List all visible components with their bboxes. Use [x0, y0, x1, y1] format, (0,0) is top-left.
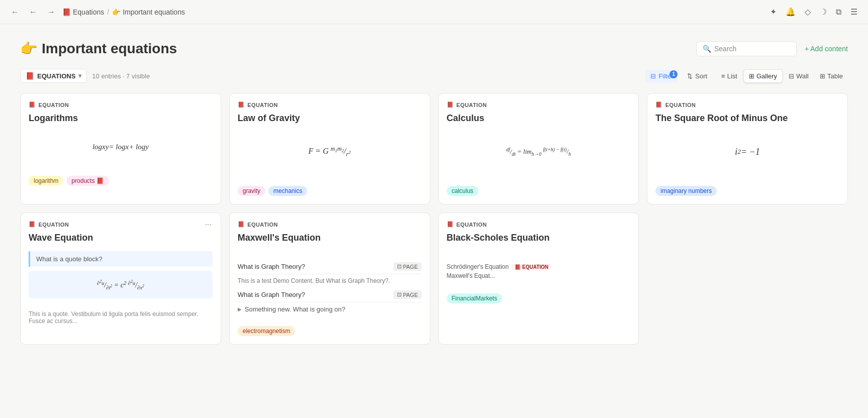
wall-view-button[interactable]: ⊟ Wall	[784, 70, 814, 82]
equation-emoji-maxwell: 📕	[238, 221, 245, 228]
related-item-schrodinger: Schrödinger's Equation 📕 EQUATION	[447, 263, 631, 270]
page-content: 👉 Important equations 🔍 Search + Add con…	[0, 24, 868, 361]
breadcrumb-important[interactable]: 👉 Important equations	[112, 8, 185, 16]
add-content-label: + Add content	[805, 45, 848, 53]
card-logarithms[interactable]: 📕 EQUATION Logarithms log xy = log x + l…	[20, 93, 221, 204]
card-title-maxwell: Maxwell's Equation	[238, 233, 422, 243]
sort-button[interactable]: ⇅ Sort	[682, 70, 712, 82]
filter-button[interactable]: ⊟ Filter 1	[645, 70, 678, 82]
equation-emoji-gravity: 📕	[238, 101, 245, 108]
maxwell-body-text: This is a test Demo Content. But What is…	[238, 274, 422, 287]
card-title-wave: Wave Equation	[29, 233, 213, 243]
list-view-button[interactable]: ≡ List	[716, 70, 742, 82]
bell-icon-button[interactable]: 🔔	[783, 5, 798, 19]
card-wave[interactable]: ··· 📕 EQUATION Wave Equation What is a q…	[20, 213, 221, 345]
wave-body-text: This is a quote. Vestibulum id ligula po…	[29, 310, 213, 329]
card-formula-calculus: df/dt = limh→0 f(t+h) − f(t)/h	[447, 132, 631, 172]
tag-imaginary-numbers[interactable]: imaginary numbers	[655, 186, 717, 196]
tag-calculus[interactable]: calculus	[447, 186, 478, 196]
related-badge-schrodinger: 📕 EQUATION	[512, 264, 551, 270]
breadcrumb-important-label: Important equations	[123, 8, 185, 16]
gallery-view-button[interactable]: ⊞ Gallery	[743, 69, 783, 83]
maxwell-expand-item[interactable]: ▶ Something new. What is going on?	[238, 302, 422, 316]
tag-electromagnetism[interactable]: electromagnetism	[238, 326, 296, 336]
card-title-gravity: Law of Gravity	[238, 113, 422, 124]
equation-emoji-calculus: 📕	[447, 101, 454, 108]
card-title-black-scholes: Black-Scholes Equation	[447, 233, 631, 243]
equation-emoji-black-scholes: 📕	[447, 221, 454, 228]
filter-icon: ⊟	[650, 72, 656, 80]
related-label-schrodinger: Schrödinger's Equation	[447, 263, 509, 270]
equation-label-logarithms: EQUATION	[38, 102, 69, 108]
page-badge-1: ⊡ PAGE	[394, 262, 422, 271]
page-title: 👉 Important equations	[20, 40, 177, 57]
breadcrumb-equations-label: Equations	[73, 8, 104, 16]
card-tags-logarithms: logarithm products 📕	[21, 170, 221, 194]
card-black-scholes-inner: 📕 EQUATION Black-Scholes Equation	[439, 213, 639, 259]
expand-arrow-icon: ▶	[238, 306, 242, 312]
card-tags-black-scholes: FinancialMarkets	[439, 287, 639, 311]
forward-button[interactable]: →	[44, 6, 58, 19]
card-calculus[interactable]: 📕 EQUATION Calculus df/dt = limh→0 f(t+h…	[438, 93, 639, 204]
tag-financial-markets[interactable]: FinancialMarkets	[447, 293, 503, 303]
list-icon: ≡	[721, 72, 725, 80]
gallery-icon: ⊞	[749, 72, 754, 80]
chevron-down-icon: ▾	[78, 72, 81, 79]
db-name: EQUATIONS	[37, 72, 75, 80]
gallery-grid: 📕 EQUATION Logarithms log xy = log x + l…	[20, 93, 848, 345]
page-header-right: 🔍 Search + Add content	[696, 41, 848, 56]
menu-icon-button[interactable]: ☰	[848, 5, 860, 19]
equation-label-calculus: EQUATION	[456, 102, 487, 108]
wall-label: Wall	[796, 72, 809, 80]
card-tags-calculus: calculus	[439, 180, 639, 204]
card-type-maxwell: 📕 EQUATION	[238, 221, 422, 228]
card-wave-inner: 📕 EQUATION Wave Equation What is a quote…	[21, 213, 221, 310]
toolbar-left: 📕 EQUATIONS ▾ 10 entries · 7 visible	[20, 69, 150, 83]
search-box[interactable]: 🔍 Search	[696, 41, 797, 56]
sidebar-toggle-button[interactable]: ←	[8, 6, 22, 19]
equation-emoji-logarithms: 📕	[29, 101, 36, 108]
tag-products[interactable]: products 📕	[66, 176, 109, 186]
card-square-root[interactable]: 📕 EQUATION The Square Root of Minus One …	[647, 93, 848, 204]
gallery-label: Gallery	[756, 72, 777, 80]
page-badge-2: ⊡ PAGE	[394, 290, 422, 299]
sort-label: Sort	[695, 72, 707, 80]
page-icon-2: ⊡	[397, 291, 402, 298]
database-selector[interactable]: 📕 EQUATIONS ▾	[20, 69, 87, 83]
sparkle-icon-button[interactable]: ✦	[767, 5, 779, 19]
equation-emoji-wave: 📕	[29, 221, 36, 228]
page-icon-1: ⊡	[397, 263, 402, 270]
back-button[interactable]: ←	[26, 6, 40, 19]
tag-gravity[interactable]: gravity	[238, 186, 265, 196]
table-label: Table	[827, 72, 843, 80]
tag-logarithm[interactable]: logarithm	[29, 176, 63, 186]
card-title-calculus: Calculus	[447, 113, 631, 124]
card-formula-square-root: i2 = −1	[655, 132, 839, 172]
tag-mechanics[interactable]: mechanics	[268, 186, 307, 196]
filter-badge: 1	[669, 70, 678, 78]
card-type-gravity: 📕 EQUATION	[238, 101, 422, 108]
card-tags-gravity: gravity mechanics	[230, 180, 430, 204]
search-icon: 🔍	[703, 45, 711, 53]
bookmark-icon-button[interactable]: ◇	[802, 5, 813, 19]
related-label-maxwell: Maxwell's Equat...	[447, 272, 495, 279]
layers-icon-button[interactable]: ⧉	[833, 5, 844, 19]
breadcrumb: 📕 Equations / 👉 Important equations	[62, 8, 185, 16]
card-formula-logarithms: log xy = log x + log y	[29, 132, 213, 162]
card-gravity[interactable]: 📕 EQUATION Law of Gravity F = G m1m2/r2 …	[229, 93, 430, 204]
wave-more-button[interactable]: ···	[202, 219, 214, 230]
table-view-button[interactable]: ⊞ Table	[815, 70, 848, 82]
toolbar-right: ⊟ Filter 1 ⇅ Sort ≡ List ⊞ Gallery ⊟	[645, 69, 848, 83]
breadcrumb-separator: /	[107, 8, 109, 16]
card-gravity-inner: 📕 EQUATION Law of Gravity F = G m1m2/r2	[230, 93, 430, 180]
add-content-button[interactable]: + Add content	[805, 45, 848, 53]
equation-label-black-scholes: EQUATION	[456, 222, 487, 228]
maxwell-page-link-1[interactable]: What is Graph Theory? ⊡ PAGE	[238, 259, 422, 274]
card-black-scholes[interactable]: 📕 EQUATION Black-Scholes Equation Schröd…	[438, 213, 639, 345]
search-placeholder: Search	[714, 45, 736, 53]
moon-icon-button[interactable]: ☽	[817, 5, 829, 19]
card-type-wave: 📕 EQUATION	[29, 221, 213, 228]
card-maxwell[interactable]: 📕 EQUATION Maxwell's Equation What is Gr…	[229, 213, 430, 345]
maxwell-page-link-2[interactable]: What is Graph Theory? ⊡ PAGE	[238, 287, 422, 302]
breadcrumb-equations[interactable]: 📕 Equations	[62, 8, 104, 16]
